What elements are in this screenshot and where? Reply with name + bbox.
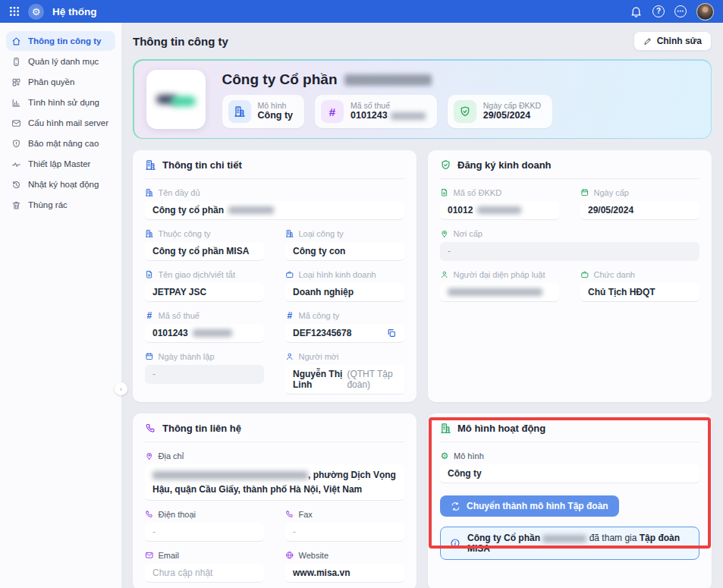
copy-icon[interactable] xyxy=(386,328,397,338)
hash-icon: # xyxy=(285,311,294,320)
field-value: 0101243 xyxy=(145,324,264,343)
redacted-tax-code xyxy=(391,112,426,120)
field-value: 29/05/2024 xyxy=(580,201,699,220)
redacted-text xyxy=(228,206,274,214)
edit-button-label: Chỉnh sửa xyxy=(657,36,702,46)
field-value: Doanh nghiệp xyxy=(285,283,404,302)
app-logo-gear-icon[interactable]: ⚙ xyxy=(28,4,44,20)
user-avatar[interactable] xyxy=(696,3,714,20)
field-inviter: Người mời Nguyễn Thị Linh(QTHT Tập đoàn) xyxy=(285,352,404,395)
info-icon xyxy=(450,538,461,549)
sidebar-item-label: Thùng rác xyxy=(28,200,68,209)
app-launcher-icon[interactable] xyxy=(9,6,20,17)
sidebar-item-company-info[interactable]: Thông tin công ty xyxy=(6,31,115,51)
redacted-text xyxy=(542,535,586,542)
field-issue-place: Nơi cấp - xyxy=(440,229,699,261)
field-value: - xyxy=(285,523,404,542)
app-title: Hệ thống xyxy=(52,6,97,17)
sidebar-item-usage-status[interactable]: Tình hình sử dụng xyxy=(6,93,115,112)
section-title: Mô hình hoạt động xyxy=(457,423,545,434)
section-title: Thông tin chi tiết xyxy=(162,159,242,171)
field-value: , phường Dịch Vọng Hậu, quận Cầu Giấy, t… xyxy=(145,464,404,501)
redacted-company-name xyxy=(344,74,432,86)
convert-to-group-button[interactable]: Chuyển thành mô hình Tập đoàn xyxy=(440,495,619,517)
phone-icon xyxy=(145,510,154,519)
shield-icon xyxy=(11,139,21,149)
phone-icon xyxy=(145,423,156,434)
notification-bell-icon[interactable] xyxy=(630,5,643,18)
redacted-text xyxy=(448,288,542,296)
person-icon xyxy=(440,270,449,279)
building-icon xyxy=(234,105,246,118)
company-logo xyxy=(146,70,206,129)
convert-button-label: Chuyển thành mô hình Tập đoàn xyxy=(467,501,608,511)
badge-label: Ngày cấp ĐKKD xyxy=(483,101,541,111)
field-issue-date: Ngày cấp 29/05/2024 xyxy=(580,188,699,220)
pin-icon xyxy=(145,451,154,461)
badge-label: Mô hình xyxy=(258,101,294,111)
swap-icon xyxy=(451,502,461,511)
help-icon[interactable]: ? xyxy=(652,5,665,17)
sidebar-item-label: Quản lý danh mục xyxy=(28,57,99,66)
badge-value: 0101243 xyxy=(350,110,388,122)
company-name-prefix: Công ty Cổ phần xyxy=(222,71,338,88)
briefcase-icon xyxy=(285,270,294,279)
badge-value: 29/05/2024 xyxy=(483,110,541,122)
badge-tax-code: # Mã số thuế 0101243 xyxy=(315,95,437,128)
field-phone: Điện thoại - xyxy=(145,510,264,542)
field-value: - xyxy=(145,523,264,542)
section-title: Thông tin liên hệ xyxy=(162,423,241,434)
sidebar-item-mail-server[interactable]: Cấu hình mail server xyxy=(6,113,115,133)
calendar-icon xyxy=(580,188,589,197)
hash-icon: # xyxy=(329,105,335,118)
document-icon xyxy=(440,188,449,197)
person-icon xyxy=(285,352,294,361)
redacted-text xyxy=(152,471,308,480)
field-website: Website www.misa.vn xyxy=(285,551,404,583)
badge-label: Mã số thuế xyxy=(350,101,426,111)
sidebar-item-label: Tình hình sử dụng xyxy=(28,98,99,107)
badge-model: Mô hình Công ty xyxy=(222,95,305,128)
sidebar-collapse-handle[interactable]: ‹ xyxy=(115,382,127,395)
sidebar-item-activity-log[interactable]: Nhật ký hoạt động xyxy=(6,175,115,194)
calendar-icon xyxy=(145,352,154,361)
sidebar-item-label: Nhật ký hoạt động xyxy=(28,180,99,189)
field-value xyxy=(440,283,559,302)
shield-check-icon xyxy=(459,105,471,118)
field-value: 01012 xyxy=(440,201,559,220)
sidebar-item-advanced-security[interactable]: Bảo mật nâng cao xyxy=(6,134,115,153)
usage-chart-icon xyxy=(11,98,21,108)
field-value: Nguyễn Thị Linh(QTHT Tập đoàn) xyxy=(285,365,404,395)
home-icon xyxy=(11,36,21,46)
sidebar: Thông tin công ty Quản lý danh mục Phân … xyxy=(0,23,121,588)
field-value: - xyxy=(145,365,264,384)
redacted-text xyxy=(193,329,232,337)
gear-icon: ⚙ xyxy=(440,451,449,461)
field-legal-representative: Người đại diện pháp luật xyxy=(440,270,559,302)
sidebar-item-master-setup[interactable]: Thiết lập Master xyxy=(6,154,115,174)
field-parent-company: Thuộc công ty Công ty cổ phần MISA xyxy=(145,229,264,261)
field-registration-number: Mã số ĐKKD 01012 xyxy=(440,188,559,220)
sidebar-item-trash[interactable]: Thùng rác xyxy=(6,195,115,215)
company-name: Công ty Cổ phần xyxy=(222,71,699,88)
app-window: ⚙ Hệ thống ? ⋯ Thông tin công ty Quản lý… xyxy=(0,0,723,588)
main-content: Thông tin công ty Chỉnh sửa Công ty Cổ p… xyxy=(121,23,723,588)
catalog-icon xyxy=(11,57,21,67)
sidebar-item-category-management[interactable]: Quản lý danh mục xyxy=(6,52,115,71)
badge-value: Công ty xyxy=(258,110,294,122)
pencil-icon xyxy=(643,36,652,46)
sidebar-item-permissions[interactable]: Phân quyền xyxy=(6,72,115,92)
field-tax-code: #Mã số thuế 0101243 xyxy=(145,311,264,343)
page-title: Thông tin công ty xyxy=(133,35,228,48)
building-icon xyxy=(285,229,294,238)
sidebar-item-label: Thiết lập Master xyxy=(28,159,90,168)
field-full-name: Tên đầy đủ Công ty cổ phần xyxy=(145,188,404,220)
pulse-icon xyxy=(11,159,21,169)
field-value: JETPAY JSC xyxy=(145,283,264,302)
field-company-type: Loại công ty Công ty con xyxy=(285,229,404,261)
edit-button[interactable]: Chỉnh sửa xyxy=(633,31,712,51)
sidebar-item-label: Bảo mật nâng cao xyxy=(28,139,99,148)
more-options-icon[interactable]: ⋯ xyxy=(674,5,687,17)
field-founding-date: Ngày thành lập - xyxy=(145,352,264,395)
globe-icon xyxy=(285,551,294,560)
